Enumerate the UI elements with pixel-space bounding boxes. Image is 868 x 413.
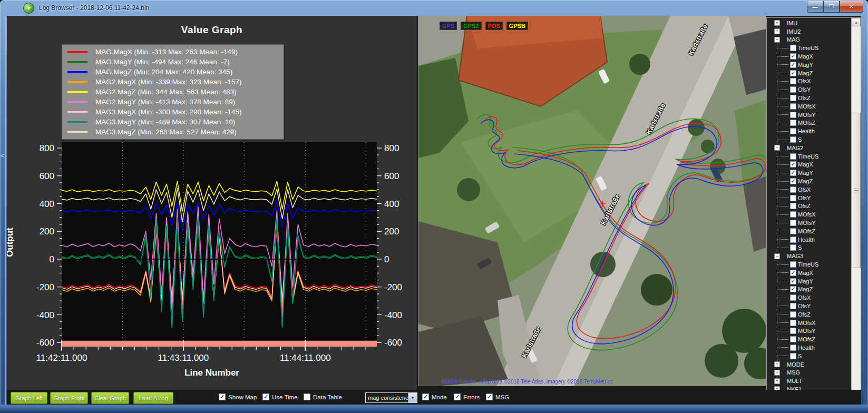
field-checkbox[interactable] bbox=[790, 128, 796, 134]
field-checkbox[interactable] bbox=[790, 112, 796, 118]
tree-field-mag3-magy[interactable]: ✓MagY bbox=[767, 277, 851, 286]
field-checkbox[interactable]: ✓ bbox=[790, 270, 796, 276]
load-a-log-button[interactable]: Load A Log bbox=[133, 392, 173, 404]
tree-field-mag2-mofsz[interactable]: MOfsZ bbox=[767, 227, 851, 235]
field-checkbox[interactable] bbox=[790, 261, 796, 268]
field-checkbox[interactable] bbox=[790, 136, 796, 143]
tree-field-mag2-mofsy[interactable]: MOfsY bbox=[767, 219, 851, 227]
field-checkbox[interactable] bbox=[790, 211, 796, 218]
field-checkbox[interactable]: ✓ bbox=[790, 53, 796, 60]
tree-item-mult[interactable]: +MULT bbox=[767, 377, 851, 385]
preset-dropdown[interactable]: mag consistency ▼ bbox=[365, 392, 417, 403]
collapse-icon[interactable]: − bbox=[774, 145, 780, 151]
tree-field-mag2-mofsx[interactable]: MOfsX bbox=[767, 210, 851, 219]
close-button[interactable]: ✕ bbox=[840, 1, 863, 13]
field-checkbox[interactable] bbox=[790, 320, 796, 326]
tree-field-mag-timeus[interactable]: TimeUS bbox=[767, 44, 851, 52]
tree-field-mag2-health[interactable]: Health bbox=[767, 235, 851, 244]
field-checkbox[interactable]: ✓ bbox=[790, 161, 796, 168]
tree-field-mag2-ofsz[interactable]: OfsZ bbox=[767, 202, 851, 211]
field-checkbox[interactable] bbox=[790, 228, 796, 234]
map-panel[interactable]: GPSGPS2POSGPSB KarlstraßeKarlstraßeKarls… bbox=[418, 16, 766, 386]
checkbox-show-map[interactable]: ✓Show Map bbox=[219, 394, 257, 400]
tree-field-mag2-magz[interactable]: ✓MagZ bbox=[767, 177, 851, 185]
tree-field-mag-health[interactable]: Health bbox=[767, 127, 851, 135]
field-checkbox[interactable] bbox=[790, 86, 796, 93]
tree-field-mag3-mofsz[interactable]: MOfsZ bbox=[767, 335, 851, 343]
field-checkbox[interactable] bbox=[790, 353, 796, 359]
scroll-thumb[interactable] bbox=[852, 113, 861, 268]
tree-field-mag-ofsx[interactable]: OfsX bbox=[767, 77, 851, 86]
field-checkbox[interactable] bbox=[790, 244, 796, 251]
clear-graph-button[interactable]: Clear Graph bbox=[91, 392, 129, 404]
field-checkbox[interactable] bbox=[790, 311, 796, 318]
tree-field-mag-magy[interactable]: ✓MagY bbox=[767, 61, 851, 69]
checkbox-mode[interactable]: ✓Mode bbox=[422, 394, 447, 400]
tree-item-mode[interactable]: +MODE bbox=[767, 360, 851, 369]
field-checkbox[interactable] bbox=[790, 303, 796, 309]
checkbox-data-table[interactable]: Data Table bbox=[304, 394, 342, 400]
tree-field-mag3-mofsy[interactable]: MOfsY bbox=[767, 327, 851, 335]
field-checkbox[interactable]: ✓ bbox=[790, 286, 796, 292]
expand-icon[interactable]: + bbox=[774, 370, 780, 376]
tree-field-mag3-health[interactable]: Health bbox=[767, 343, 851, 352]
field-checkbox[interactable] bbox=[790, 95, 796, 101]
tree-item-mag2[interactable]: −MAG2 bbox=[767, 144, 851, 152]
field-checkbox[interactable] bbox=[790, 294, 796, 301]
tree-field-mag-mofsx[interactable]: MOfsX bbox=[767, 102, 851, 111]
tree-scrollbar[interactable]: ▲ ▼ bbox=[851, 18, 861, 399]
checkbox-box[interactable] bbox=[304, 394, 310, 400]
tree-field-mag-magx[interactable]: ✓MagX bbox=[767, 52, 851, 61]
graph-right-button[interactable]: Graph Right bbox=[50, 392, 88, 404]
expand-icon[interactable]: + bbox=[774, 28, 780, 34]
tree-field-mag2-ofsx[interactable]: OfsX bbox=[767, 185, 851, 194]
splitter-handle[interactable] bbox=[5, 16, 6, 405]
tree-field-mag2-magy[interactable]: ✓MagY bbox=[767, 169, 851, 177]
field-checkbox[interactable] bbox=[790, 153, 796, 160]
checkbox-msg[interactable]: ✓MSG bbox=[486, 394, 509, 400]
tree-field-mag3-s[interactable]: S bbox=[767, 352, 851, 360]
tree-field-mag-ofsz[interactable]: OfsZ bbox=[767, 94, 851, 102]
field-checkbox[interactable] bbox=[790, 103, 796, 110]
field-checkbox[interactable]: ✓ bbox=[790, 178, 796, 184]
expand-icon[interactable]: + bbox=[774, 20, 780, 26]
tree-field-mag-mofsz[interactable]: MOfsZ bbox=[767, 119, 851, 127]
field-checkbox[interactable] bbox=[790, 336, 796, 342]
checkbox-box[interactable]: ✓ bbox=[454, 394, 461, 400]
chevron-down-icon[interactable]: ▼ bbox=[408, 393, 417, 402]
checkbox-use-time[interactable]: ✓Use Time bbox=[262, 394, 298, 400]
tree-item-mag3[interactable]: −MAG3 bbox=[767, 252, 851, 260]
field-checkbox[interactable] bbox=[790, 328, 796, 334]
tree-field-mag3-ofsy[interactable]: OfsY bbox=[767, 302, 851, 310]
scroll-up-button[interactable]: ▲ bbox=[852, 18, 861, 26]
tree-field-mag3-mofsx[interactable]: MOfsX bbox=[767, 319, 851, 327]
tree-field-mag3-ofsx[interactable]: OfsX bbox=[767, 293, 851, 302]
field-checkbox[interactable] bbox=[790, 345, 796, 351]
tree-field-mag-ofsy[interactable]: OfsY bbox=[767, 85, 851, 94]
field-checkbox[interactable] bbox=[790, 220, 796, 226]
tree-item-imu[interactable]: +IMU bbox=[767, 19, 851, 27]
tree-field-mag3-timeus[interactable]: TimeUS bbox=[767, 260, 851, 269]
field-checkbox[interactable]: ✓ bbox=[790, 62, 796, 68]
tree-field-mag3-ofsz[interactable]: OfsZ bbox=[767, 310, 851, 319]
tree-field-mag3-magz[interactable]: ✓MagZ bbox=[767, 286, 851, 294]
minimize-button[interactable]: ▬ bbox=[807, 1, 823, 13]
tree-item-mag[interactable]: −MAG bbox=[767, 36, 851, 44]
checkbox-box[interactable]: ✓ bbox=[219, 394, 226, 400]
tree-field-mag-s[interactable]: S bbox=[767, 135, 851, 144]
field-checkbox[interactable] bbox=[790, 45, 796, 51]
tree-field-mag2-ofsy[interactable]: OfsY bbox=[767, 194, 851, 202]
field-checkbox[interactable] bbox=[790, 186, 796, 193]
field-checkbox[interactable] bbox=[790, 203, 796, 209]
field-checkbox[interactable]: ✓ bbox=[790, 70, 796, 76]
field-checkbox[interactable] bbox=[790, 120, 796, 126]
tree-field-mag2-timeus[interactable]: TimeUS bbox=[767, 152, 851, 161]
tree-field-mag2-magx[interactable]: ✓MagX bbox=[767, 161, 851, 169]
satellite-map[interactable] bbox=[418, 16, 766, 386]
tree-item-imu2[interactable]: +IMU2 bbox=[767, 27, 851, 36]
checkbox-box[interactable]: ✓ bbox=[262, 394, 269, 400]
field-checkbox[interactable] bbox=[790, 237, 796, 243]
collapse-icon[interactable]: − bbox=[774, 253, 780, 259]
field-checkbox[interactable] bbox=[790, 195, 796, 201]
checkbox-box[interactable]: ✓ bbox=[422, 394, 429, 400]
